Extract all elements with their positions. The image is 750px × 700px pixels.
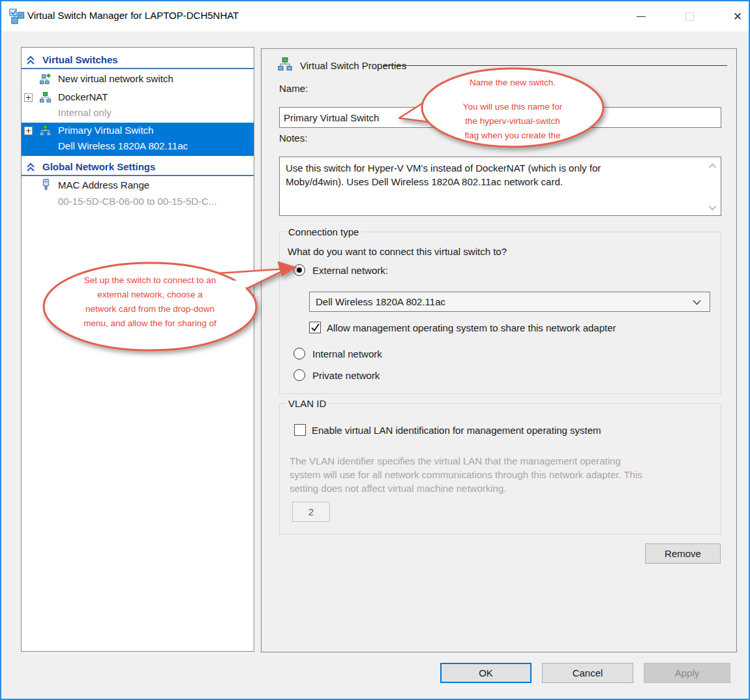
remove-button[interactable]: Remove xyxy=(645,543,721,564)
internal-network-label: Internal network xyxy=(312,348,382,359)
close-icon: ✕ xyxy=(733,11,742,22)
share-adapter-label: Allow management operating system to sha… xyxy=(327,322,616,333)
internal-network-radio[interactable] xyxy=(293,348,305,359)
title-bar: Virtual Switch Manager for LAPTOP-DCH5NH… xyxy=(1,1,749,31)
cancel-button[interactable]: Cancel xyxy=(542,663,633,683)
notes-line: Use this switch for Hyper-V VM's instead… xyxy=(286,161,715,175)
connection-type-group: Connection type What do you want to conn… xyxy=(279,232,721,394)
tree-item-subtitle: Internal only xyxy=(58,107,112,118)
tree-item-primary-virtual-switch[interactable]: Primary Virtual Switch Dell Wireless 182… xyxy=(22,123,254,156)
vlan-description: The VLAN identifier specifies the virtua… xyxy=(290,454,642,495)
maximize-icon xyxy=(685,12,694,21)
mac-address-icon xyxy=(42,179,50,190)
expander-icon[interactable] xyxy=(24,127,33,135)
network-adapter-value: Dell Wireless 1820A 802.11ac xyxy=(316,296,445,307)
tree-section-global-network-settings[interactable]: Global Network Settings xyxy=(22,160,254,175)
expander-icon[interactable] xyxy=(24,93,33,102)
vlan-legend: VLAN ID xyxy=(286,398,329,409)
collapse-icon xyxy=(26,55,35,65)
checkmark-icon xyxy=(310,323,320,332)
enable-vlan-label: Enable virtual LAN identification for ma… xyxy=(312,425,601,436)
section-underline xyxy=(22,68,254,69)
tree-item-subtitle: Dell Wireless 1820A 802.11ac xyxy=(58,140,188,151)
scroll-up-icon[interactable] xyxy=(708,163,717,168)
notes-line: Moby/d4win). Uses Dell Wireless 1820A 80… xyxy=(286,175,715,189)
header-rule xyxy=(383,65,727,66)
minimize-button[interactable] xyxy=(626,1,656,31)
window-title: Virtual Switch Manager for LAPTOP-DCH5NH… xyxy=(27,10,239,21)
tree-item-label: MAC Address Range xyxy=(58,179,149,190)
connection-type-legend: Connection type xyxy=(286,226,361,237)
virtual-switch-manager-window: Virtual Switch Manager for LAPTOP-DCH5NH… xyxy=(0,0,750,700)
app-icon xyxy=(9,8,25,24)
collapse-icon xyxy=(26,162,35,172)
vlan-id-input: 2 xyxy=(292,502,330,522)
external-network-radio[interactable] xyxy=(293,264,305,276)
tree-item-label: Primary Virtual Switch xyxy=(58,125,153,136)
virtual-switch-icon xyxy=(40,125,51,136)
enable-vlan-checkbox[interactable] xyxy=(294,424,306,436)
section-underline xyxy=(22,175,254,176)
connection-question: What do you want to connect this virtual… xyxy=(288,246,507,257)
new-virtual-switch-icon xyxy=(40,74,51,84)
apply-button: Apply xyxy=(644,663,730,683)
external-network-label: External network: xyxy=(312,265,388,276)
tree-section-title: Global Network Settings xyxy=(42,161,155,172)
scroll-down-icon[interactable] xyxy=(708,205,717,211)
close-button[interactable]: ✕ xyxy=(723,1,750,31)
properties-panel: Virtual Switch Properties Name: Notes: U… xyxy=(261,48,737,652)
virtual-switch-icon xyxy=(40,92,51,102)
notes-input[interactable]: Use this switch for Hyper-V VM's instead… xyxy=(279,157,721,216)
network-adapter-dropdown[interactable]: Dell Wireless 1820A 802.11ac xyxy=(309,292,710,312)
ok-button[interactable]: OK xyxy=(440,663,532,683)
share-adapter-checkbox[interactable] xyxy=(309,322,321,333)
vlan-group: VLAN ID Enable virtual LAN identificatio… xyxy=(279,403,721,534)
maximize-button xyxy=(674,1,704,31)
virtual-switch-properties-icon xyxy=(278,57,292,70)
minimize-icon xyxy=(637,16,646,17)
switches-tree: Virtual Switches New virtual network swi… xyxy=(21,47,254,652)
private-network-radio[interactable] xyxy=(293,369,305,381)
private-network-label: Private network xyxy=(312,370,380,381)
tree-section-virtual-switches[interactable]: Virtual Switches xyxy=(22,53,254,68)
tree-item-label: DockerNAT xyxy=(58,91,108,102)
name-input[interactable] xyxy=(279,107,721,128)
notes-label: Notes: xyxy=(279,132,307,144)
tree-item-label: New virtual network switch xyxy=(58,73,173,84)
name-label: Name: xyxy=(279,83,308,94)
tree-item-subtitle: 00-15-5D-CB-06-00 to 00-15-5D-C... xyxy=(58,196,217,207)
tree-section-title: Virtual Switches xyxy=(42,54,118,65)
chevron-down-icon xyxy=(693,299,701,305)
